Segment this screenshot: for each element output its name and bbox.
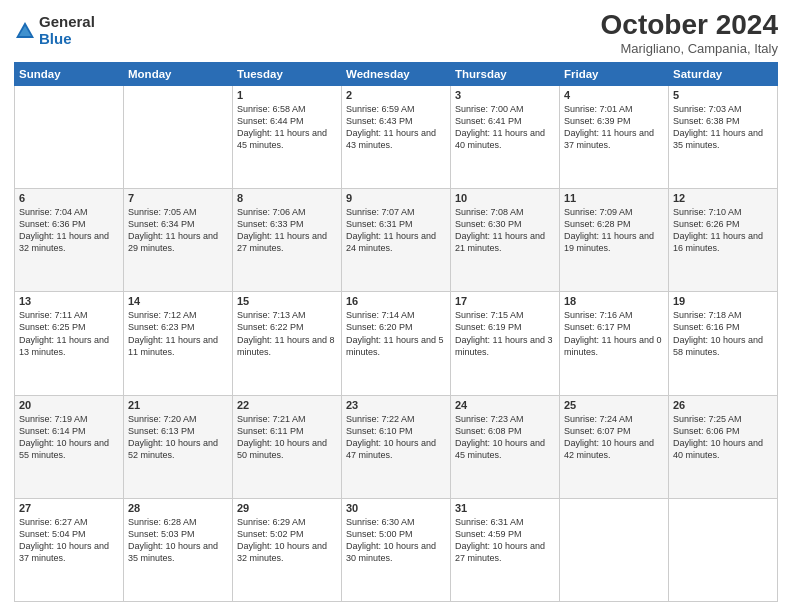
calendar-cell: 12Sunrise: 7:10 AM Sunset: 6:26 PM Dayli…	[669, 189, 778, 292]
day-number: 18	[564, 295, 664, 307]
day-number: 7	[128, 192, 228, 204]
day-number: 6	[19, 192, 119, 204]
cell-content: Sunrise: 7:07 AM Sunset: 6:31 PM Dayligh…	[346, 206, 446, 255]
day-number: 31	[455, 502, 555, 514]
cell-content: Sunrise: 7:24 AM Sunset: 6:07 PM Dayligh…	[564, 413, 664, 462]
location: Marigliano, Campania, Italy	[601, 41, 778, 56]
cell-content: Sunrise: 7:15 AM Sunset: 6:19 PM Dayligh…	[455, 309, 555, 358]
calendar-cell: 4Sunrise: 7:01 AM Sunset: 6:39 PM Daylig…	[560, 85, 669, 188]
day-number: 11	[564, 192, 664, 204]
cell-content: Sunrise: 7:10 AM Sunset: 6:26 PM Dayligh…	[673, 206, 773, 255]
cell-content: Sunrise: 7:05 AM Sunset: 6:34 PM Dayligh…	[128, 206, 228, 255]
calendar-cell: 19Sunrise: 7:18 AM Sunset: 6:16 PM Dayli…	[669, 292, 778, 395]
cell-content: Sunrise: 7:14 AM Sunset: 6:20 PM Dayligh…	[346, 309, 446, 358]
title-block: October 2024 Marigliano, Campania, Italy	[601, 10, 778, 56]
calendar-cell: 16Sunrise: 7:14 AM Sunset: 6:20 PM Dayli…	[342, 292, 451, 395]
calendar-cell: 5Sunrise: 7:03 AM Sunset: 6:38 PM Daylig…	[669, 85, 778, 188]
cell-content: Sunrise: 7:08 AM Sunset: 6:30 PM Dayligh…	[455, 206, 555, 255]
cell-content: Sunrise: 7:19 AM Sunset: 6:14 PM Dayligh…	[19, 413, 119, 462]
calendar-cell: 29Sunrise: 6:29 AM Sunset: 5:02 PM Dayli…	[233, 498, 342, 601]
day-number: 23	[346, 399, 446, 411]
cell-content: Sunrise: 7:16 AM Sunset: 6:17 PM Dayligh…	[564, 309, 664, 358]
calendar-header-thursday: Thursday	[451, 62, 560, 85]
calendar-week-2: 6Sunrise: 7:04 AM Sunset: 6:36 PM Daylig…	[15, 189, 778, 292]
cell-content: Sunrise: 7:18 AM Sunset: 6:16 PM Dayligh…	[673, 309, 773, 358]
calendar-cell: 17Sunrise: 7:15 AM Sunset: 6:19 PM Dayli…	[451, 292, 560, 395]
day-number: 27	[19, 502, 119, 514]
day-number: 2	[346, 89, 446, 101]
day-number: 20	[19, 399, 119, 411]
cell-content: Sunrise: 7:03 AM Sunset: 6:38 PM Dayligh…	[673, 103, 773, 152]
calendar-header-saturday: Saturday	[669, 62, 778, 85]
cell-content: Sunrise: 6:27 AM Sunset: 5:04 PM Dayligh…	[19, 516, 119, 565]
day-number: 25	[564, 399, 664, 411]
calendar-week-3: 13Sunrise: 7:11 AM Sunset: 6:25 PM Dayli…	[15, 292, 778, 395]
day-number: 29	[237, 502, 337, 514]
day-number: 4	[564, 89, 664, 101]
month-title: October 2024	[601, 10, 778, 41]
day-number: 26	[673, 399, 773, 411]
cell-content: Sunrise: 7:11 AM Sunset: 6:25 PM Dayligh…	[19, 309, 119, 358]
calendar-header-wednesday: Wednesday	[342, 62, 451, 85]
day-number: 13	[19, 295, 119, 307]
calendar-table: SundayMondayTuesdayWednesdayThursdayFrid…	[14, 62, 778, 602]
cell-content: Sunrise: 6:58 AM Sunset: 6:44 PM Dayligh…	[237, 103, 337, 152]
calendar-week-1: 1Sunrise: 6:58 AM Sunset: 6:44 PM Daylig…	[15, 85, 778, 188]
calendar-cell: 18Sunrise: 7:16 AM Sunset: 6:17 PM Dayli…	[560, 292, 669, 395]
day-number: 30	[346, 502, 446, 514]
day-number: 24	[455, 399, 555, 411]
header: General Blue October 2024 Marigliano, Ca…	[14, 10, 778, 56]
calendar-cell: 10Sunrise: 7:08 AM Sunset: 6:30 PM Dayli…	[451, 189, 560, 292]
day-number: 12	[673, 192, 773, 204]
day-number: 10	[455, 192, 555, 204]
cell-content: Sunrise: 6:59 AM Sunset: 6:43 PM Dayligh…	[346, 103, 446, 152]
calendar-cell: 2Sunrise: 6:59 AM Sunset: 6:43 PM Daylig…	[342, 85, 451, 188]
day-number: 16	[346, 295, 446, 307]
cell-content: Sunrise: 7:00 AM Sunset: 6:41 PM Dayligh…	[455, 103, 555, 152]
cell-content: Sunrise: 7:09 AM Sunset: 6:28 PM Dayligh…	[564, 206, 664, 255]
cell-content: Sunrise: 7:01 AM Sunset: 6:39 PM Dayligh…	[564, 103, 664, 152]
page: General Blue October 2024 Marigliano, Ca…	[0, 0, 792, 612]
calendar-cell	[124, 85, 233, 188]
day-number: 15	[237, 295, 337, 307]
calendar-header-friday: Friday	[560, 62, 669, 85]
day-number: 21	[128, 399, 228, 411]
calendar-cell: 23Sunrise: 7:22 AM Sunset: 6:10 PM Dayli…	[342, 395, 451, 498]
cell-content: Sunrise: 6:30 AM Sunset: 5:00 PM Dayligh…	[346, 516, 446, 565]
calendar-header-sunday: Sunday	[15, 62, 124, 85]
logo-text: General Blue	[39, 14, 95, 47]
cell-content: Sunrise: 6:28 AM Sunset: 5:03 PM Dayligh…	[128, 516, 228, 565]
calendar-cell: 13Sunrise: 7:11 AM Sunset: 6:25 PM Dayli…	[15, 292, 124, 395]
calendar-cell: 25Sunrise: 7:24 AM Sunset: 6:07 PM Dayli…	[560, 395, 669, 498]
cell-content: Sunrise: 7:25 AM Sunset: 6:06 PM Dayligh…	[673, 413, 773, 462]
cell-content: Sunrise: 7:06 AM Sunset: 6:33 PM Dayligh…	[237, 206, 337, 255]
day-number: 5	[673, 89, 773, 101]
calendar-week-4: 20Sunrise: 7:19 AM Sunset: 6:14 PM Dayli…	[15, 395, 778, 498]
day-number: 14	[128, 295, 228, 307]
cell-content: Sunrise: 7:20 AM Sunset: 6:13 PM Dayligh…	[128, 413, 228, 462]
calendar-header-tuesday: Tuesday	[233, 62, 342, 85]
calendar-cell: 1Sunrise: 6:58 AM Sunset: 6:44 PM Daylig…	[233, 85, 342, 188]
calendar-header-monday: Monday	[124, 62, 233, 85]
cell-content: Sunrise: 7:13 AM Sunset: 6:22 PM Dayligh…	[237, 309, 337, 358]
day-number: 17	[455, 295, 555, 307]
calendar-cell: 15Sunrise: 7:13 AM Sunset: 6:22 PM Dayli…	[233, 292, 342, 395]
logo: General Blue	[14, 14, 95, 47]
calendar-cell: 11Sunrise: 7:09 AM Sunset: 6:28 PM Dayli…	[560, 189, 669, 292]
logo-general-text: General	[39, 14, 95, 31]
calendar-cell: 9Sunrise: 7:07 AM Sunset: 6:31 PM Daylig…	[342, 189, 451, 292]
calendar-cell: 31Sunrise: 6:31 AM Sunset: 4:59 PM Dayli…	[451, 498, 560, 601]
cell-content: Sunrise: 7:22 AM Sunset: 6:10 PM Dayligh…	[346, 413, 446, 462]
cell-content: Sunrise: 7:23 AM Sunset: 6:08 PM Dayligh…	[455, 413, 555, 462]
day-number: 19	[673, 295, 773, 307]
calendar-cell: 22Sunrise: 7:21 AM Sunset: 6:11 PM Dayli…	[233, 395, 342, 498]
calendar-cell: 3Sunrise: 7:00 AM Sunset: 6:41 PM Daylig…	[451, 85, 560, 188]
day-number: 28	[128, 502, 228, 514]
day-number: 8	[237, 192, 337, 204]
day-number: 3	[455, 89, 555, 101]
calendar-cell: 14Sunrise: 7:12 AM Sunset: 6:23 PM Dayli…	[124, 292, 233, 395]
calendar-cell: 8Sunrise: 7:06 AM Sunset: 6:33 PM Daylig…	[233, 189, 342, 292]
calendar-cell	[669, 498, 778, 601]
calendar-week-5: 27Sunrise: 6:27 AM Sunset: 5:04 PM Dayli…	[15, 498, 778, 601]
calendar-cell	[560, 498, 669, 601]
